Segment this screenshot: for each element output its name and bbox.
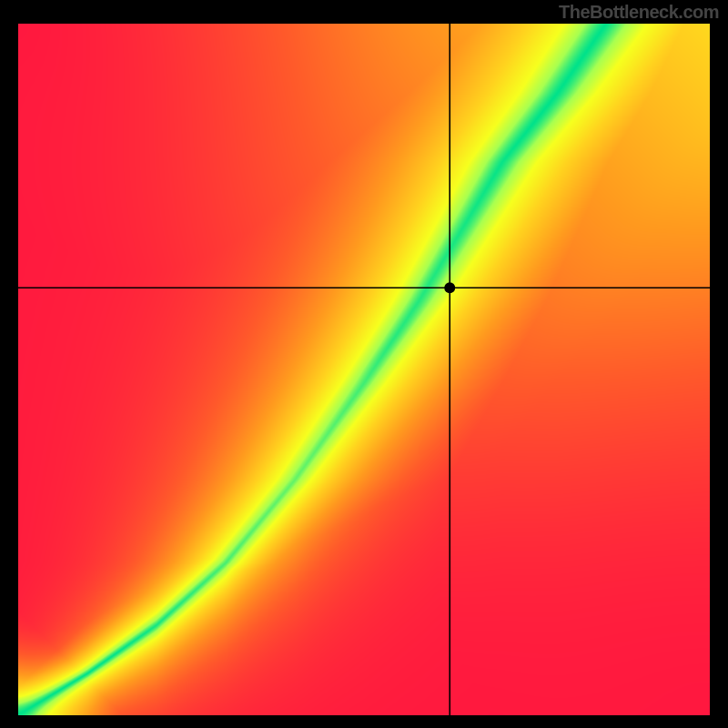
attribution-label: TheBottleneck.com	[559, 2, 719, 23]
bottleneck-heatmap	[0, 0, 728, 728]
